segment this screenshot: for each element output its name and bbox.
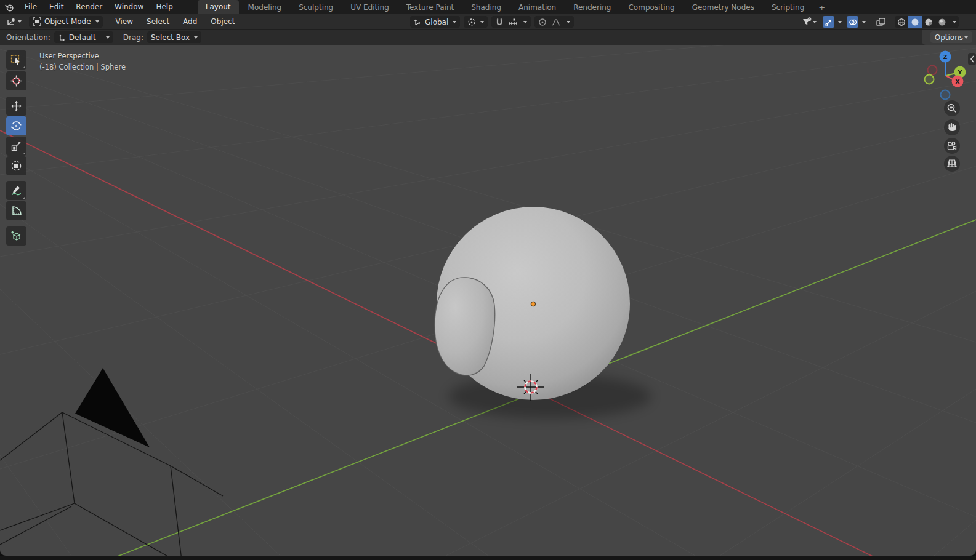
show-overlays-toggle[interactable] bbox=[847, 16, 858, 28]
tab-modeling[interactable]: Modeling bbox=[240, 1, 290, 14]
material-preview-icon bbox=[924, 18, 933, 26]
overlays-dropdown-chevron[interactable] bbox=[862, 21, 866, 23]
tab-layout[interactable]: Layout bbox=[198, 0, 239, 14]
snap-dropdown-chevron[interactable] bbox=[523, 21, 527, 23]
menu-add[interactable]: Add bbox=[177, 17, 203, 26]
tool-settings-bar: Orientation: Default Drag: Select Box Op… bbox=[0, 30, 976, 45]
transform-controls: Global bbox=[410, 16, 574, 28]
object-types-filter-icon bbox=[802, 17, 812, 26]
tab-sculpting[interactable]: Sculpting bbox=[291, 1, 341, 14]
orientation-default-dropdown[interactable]: Default bbox=[54, 31, 113, 43]
falloff-dropdown-chevron[interactable] bbox=[567, 21, 570, 23]
falloff-curve-icon[interactable] bbox=[551, 18, 561, 26]
tool-add-cube[interactable] bbox=[6, 226, 26, 246]
tool-transform[interactable] bbox=[6, 156, 26, 175]
zoom-button[interactable] bbox=[944, 100, 960, 116]
viewport-nav-buttons bbox=[944, 100, 960, 172]
tab-texture-paint[interactable]: Texture Paint bbox=[398, 1, 462, 14]
tab-compositing[interactable]: Compositing bbox=[620, 1, 682, 14]
snap-magnet-icon[interactable] bbox=[495, 18, 504, 26]
overlays-icon bbox=[849, 18, 857, 26]
shading-rendered-button[interactable] bbox=[935, 16, 949, 28]
options-dropdown[interactable]: Options bbox=[930, 31, 972, 43]
pivot-point-dropdown[interactable] bbox=[464, 16, 488, 28]
xray-icon bbox=[876, 17, 886, 27]
menu-file[interactable]: File bbox=[18, 0, 43, 14]
toggle-ortho-button[interactable] bbox=[944, 156, 960, 172]
tab-geometry-nodes[interactable]: Geometry Nodes bbox=[684, 1, 762, 14]
navigation-gizmo[interactable]: Z Y X bbox=[925, 51, 966, 100]
gizmo-y-label: Y bbox=[958, 69, 962, 76]
topbar: File Edit Render Window Help Layout Mode… bbox=[0, 0, 976, 14]
tool-cursor[interactable] bbox=[6, 71, 26, 90]
gizmo-arrow-icon bbox=[825, 18, 833, 26]
pivot-point-icon bbox=[467, 18, 476, 26]
tool-measure[interactable] bbox=[6, 201, 26, 220]
blender-logo-icon[interactable] bbox=[0, 3, 18, 12]
tab-scripting[interactable]: Scripting bbox=[764, 1, 812, 14]
viewport-info-text: User Perspective (-18) Collection | Sphe… bbox=[39, 50, 126, 73]
sphere-blob-bump bbox=[435, 278, 495, 375]
menu-view[interactable]: View bbox=[110, 17, 139, 26]
blender-window: File Edit Render Window Help Layout Mode… bbox=[0, 0, 976, 560]
tool-select-box[interactable] bbox=[6, 50, 26, 70]
viewport-3d[interactable]: Z Y X bbox=[0, 45, 976, 556]
viewport-display-controls bbox=[801, 16, 959, 28]
shading-material-button[interactable] bbox=[922, 16, 935, 28]
show-gizmo-toggle[interactable] bbox=[823, 16, 834, 28]
tool-rotate[interactable] bbox=[6, 116, 26, 135]
tab-shading[interactable]: Shading bbox=[463, 1, 509, 14]
orientation-value: Global bbox=[425, 18, 448, 26]
viewport-canvas[interactable]: Z Y X bbox=[0, 45, 976, 556]
shading-dropdown[interactable] bbox=[949, 16, 959, 28]
tool-move[interactable] bbox=[6, 97, 26, 116]
tab-animation[interactable]: Animation bbox=[510, 1, 564, 14]
workspace-tabs: Layout Modeling Sculpting UV Editing Tex… bbox=[198, 0, 831, 14]
tab-rendering[interactable]: Rendering bbox=[565, 1, 619, 14]
show-object-types-dropdown[interactable] bbox=[801, 16, 818, 28]
menu-select[interactable]: Select bbox=[141, 17, 175, 26]
gizmo-x-label: X bbox=[955, 78, 960, 85]
object-mode-icon bbox=[33, 17, 41, 26]
snap-to-increment-icon[interactable] bbox=[508, 18, 518, 26]
viewport-header: Object Mode View Select Add Object Globa… bbox=[0, 14, 976, 30]
camera-view-button[interactable] bbox=[944, 138, 960, 154]
menu-window[interactable]: Window bbox=[108, 0, 150, 14]
cone-object[interactable] bbox=[75, 368, 150, 447]
cube-wireframe-object[interactable] bbox=[0, 412, 223, 556]
menu-render[interactable]: Render bbox=[70, 0, 108, 14]
add-workspace-button[interactable]: + bbox=[813, 1, 830, 14]
proportional-edit-icon[interactable] bbox=[538, 18, 547, 26]
menu-edit[interactable]: Edit bbox=[43, 0, 70, 14]
orientation-default-icon bbox=[58, 33, 66, 41]
orientation-value-label: Default bbox=[69, 33, 96, 42]
view-perspective-label: User Perspective bbox=[39, 50, 126, 62]
sidebar-toggle[interactable] bbox=[968, 53, 976, 65]
shading-solid-button[interactable] bbox=[908, 16, 922, 28]
gizmo-z-label: Z bbox=[943, 54, 948, 60]
proportional-edit-group bbox=[534, 16, 574, 28]
mode-label: Object Mode bbox=[44, 17, 91, 26]
transform-orientation-dropdown[interactable]: Global bbox=[410, 16, 460, 28]
editor-type-button[interactable] bbox=[5, 16, 23, 28]
tool-annotate[interactable] bbox=[6, 181, 26, 200]
gizmo-axis-neg-y[interactable] bbox=[925, 75, 934, 84]
gizmo-axis-neg-x[interactable] bbox=[928, 66, 937, 75]
tab-uv-editing[interactable]: UV Editing bbox=[342, 1, 397, 14]
menu-help[interactable]: Help bbox=[150, 0, 179, 14]
toggle-xray-button[interactable] bbox=[874, 16, 887, 28]
solid-shading-icon bbox=[911, 18, 919, 26]
mode-dropdown[interactable]: Object Mode bbox=[29, 16, 103, 28]
shading-wireframe-button[interactable] bbox=[895, 16, 908, 28]
drag-label: Drag: bbox=[123, 33, 143, 42]
view-context-label: (-18) Collection | Sphere bbox=[39, 62, 126, 73]
snapping-group bbox=[491, 16, 531, 28]
rendered-shading-icon bbox=[938, 18, 946, 26]
options-label: Options bbox=[935, 33, 963, 42]
menu-object[interactable]: Object bbox=[205, 17, 240, 26]
pan-button[interactable] bbox=[944, 119, 960, 135]
tool-scale[interactable] bbox=[6, 137, 26, 156]
gizmo-axis-neg-z[interactable] bbox=[941, 90, 950, 100]
gizmo-dropdown-chevron[interactable] bbox=[838, 21, 842, 23]
drag-mode-dropdown[interactable]: Select Box bbox=[147, 31, 201, 43]
